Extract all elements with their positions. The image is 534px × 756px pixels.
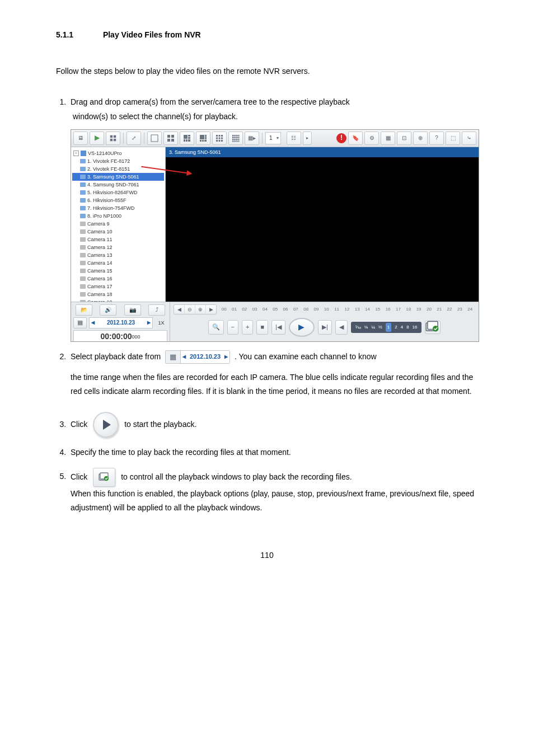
svg-rect-38	[238, 137, 240, 138]
svg-point-49	[433, 326, 438, 331]
layout-more-button[interactable]: ▦▸	[245, 132, 259, 145]
screenshot-toolbar: 🖥 ▶ ⤢ ▦▸ 1 ☷ ▸	[71, 130, 479, 147]
tree-camera-item[interactable]: 8. iPro NP1000	[72, 212, 164, 220]
svg-rect-46	[238, 140, 240, 142]
camera-icon	[80, 222, 86, 226]
inline-play-button[interactable]	[93, 412, 119, 438]
timeline-prev[interactable]: ◀	[174, 305, 185, 314]
svg-rect-28	[216, 140, 218, 142]
layout-16-button[interactable]	[228, 132, 243, 145]
tree-camera-item[interactable]: 1. Vivotek FE-8172	[72, 157, 164, 165]
svg-rect-5	[167, 135, 170, 138]
camera-icon	[80, 284, 86, 289]
minus-button[interactable]: −	[227, 320, 238, 335]
expand-button[interactable]: ⤢	[127, 132, 141, 145]
tree-camera-item[interactable]: Camera 15	[72, 267, 164, 275]
svg-rect-32	[235, 135, 236, 137]
svg-rect-14	[188, 139, 190, 142]
section-heading: 5.1.1 Play Video Files from NVR	[56, 28, 478, 42]
sync-playback-button[interactable]	[425, 321, 441, 334]
playback-viewport[interactable]: 3. Samsung SND-5061	[166, 147, 479, 302]
timeline-nav: ◀ ⊖ ⊕ ▶	[174, 304, 217, 314]
layout-4-button[interactable]	[163, 132, 178, 145]
audio-button[interactable]: 🔊	[100, 304, 116, 316]
layout-9-button[interactable]	[212, 132, 227, 145]
svg-rect-20	[202, 140, 204, 142]
inline-date-widget[interactable]: ▦ 2012.10.23	[165, 350, 230, 364]
playback-mode-button[interactable]: ▶	[90, 132, 104, 145]
tree-camera-item[interactable]: Camera 12	[72, 243, 164, 251]
about-button[interactable]: ⬚	[446, 132, 460, 145]
tree-camera-item[interactable]: 6. Hikvision-855F	[72, 196, 164, 204]
remote-button[interactable]: ⊡	[397, 132, 411, 145]
svg-rect-27	[221, 137, 223, 139]
tree-camera-item[interactable]: 2. Vivotek FE-8151	[72, 165, 164, 173]
last-frame-button[interactable]: ▶|	[318, 320, 332, 335]
tree-camera-item[interactable]: 3. Samsung SND-5061	[72, 173, 164, 181]
layout-6-button[interactable]	[180, 132, 194, 145]
step-1: Drag and drop camera(s) from the server/…	[68, 95, 478, 341]
tree-camera-item[interactable]: Camera 11	[72, 236, 164, 243]
timeline-hours[interactable]: 0001020304050607080910111213141516171819…	[219, 306, 475, 313]
camera-icon	[80, 276, 86, 281]
camera-icon	[80, 167, 86, 171]
camera-icon	[80, 214, 86, 218]
camera-icon	[80, 206, 86, 210]
inline-date: 2012.10.23	[181, 351, 229, 363]
layout-1-button[interactable]	[147, 132, 162, 145]
tree-camera-item[interactable]: Camera 9	[72, 220, 164, 228]
monitor-mode-button[interactable]: 🖥	[73, 132, 88, 145]
svg-rect-10	[188, 135, 190, 137]
svg-rect-2	[110, 139, 113, 141]
svg-rect-21	[204, 140, 207, 142]
step-2: Select playback date from ▦ 2012.10.23 .…	[68, 350, 478, 399]
steps-list: Drag and drop camera(s) from the server/…	[56, 95, 478, 515]
tree-camera-item[interactable]: 5. Hikvision-8264FWD	[72, 189, 164, 196]
multi-view-button[interactable]: ☷	[287, 132, 301, 145]
zoom-out-button[interactable]: 🔍	[208, 320, 224, 335]
alert-icon[interactable]: !	[336, 133, 346, 143]
tree-server-node[interactable]: − VS-12140UPro	[72, 149, 164, 157]
camera-icon	[80, 237, 86, 242]
timeline-next[interactable]: ▶	[206, 305, 216, 314]
snapshot-button[interactable]: 📷	[124, 304, 141, 316]
tree-camera-item[interactable]: Camera 14	[72, 259, 164, 267]
svg-rect-0	[110, 135, 113, 138]
tree-camera-item[interactable]: Camera 18	[72, 290, 164, 298]
tree-camera-item[interactable]: 7. Hikvision-754FWD	[72, 204, 164, 212]
tree-camera-item[interactable]: Camera 19	[72, 298, 164, 302]
play-button[interactable]: ▶	[289, 318, 315, 337]
speed-bar[interactable]: ¹⁄₁₆⅛¼½124816	[351, 322, 422, 333]
options-button[interactable]: ⚙	[364, 132, 379, 145]
open-file-button[interactable]: 📂	[76, 304, 92, 316]
channel-select[interactable]: 1	[265, 132, 281, 144]
plus-button[interactable]: +	[242, 320, 253, 335]
camera-icon	[80, 292, 86, 297]
stop-button[interactable]: ■	[256, 320, 268, 335]
tree-camera-item[interactable]: 4. Samsung SND-7061	[72, 181, 164, 189]
tree-camera-item[interactable]: Camera 10	[72, 228, 164, 236]
direction-button[interactable]: ◀	[335, 320, 348, 335]
layout-8-button[interactable]	[196, 132, 210, 145]
camera-icon	[80, 269, 86, 273]
export-button[interactable]: ⤴	[148, 304, 165, 316]
network-button[interactable]: ⊕	[413, 132, 428, 145]
calendar-button[interactable]: ▦	[73, 317, 87, 328]
inline-sync-button[interactable]	[93, 468, 115, 487]
config-mode-button[interactable]	[106, 132, 120, 145]
tree-camera-item[interactable]: Camera 17	[72, 283, 164, 290]
bookmark-button[interactable]: 🔖	[348, 132, 363, 145]
exit-button[interactable]: ⤷	[462, 132, 476, 145]
section-title: Play Video Files from NVR	[103, 30, 201, 39]
svg-rect-25	[216, 137, 218, 139]
tree-camera-item[interactable]: Camera 13	[72, 251, 164, 259]
first-frame-button[interactable]: |◀	[271, 320, 285, 335]
collapse-icon[interactable]: −	[73, 151, 79, 156]
timeline-zoom-in[interactable]: ⊕	[195, 305, 206, 314]
emap-button[interactable]: ▦	[381, 132, 395, 145]
date-selector[interactable]: 2012.10.23	[89, 317, 153, 328]
tree-camera-item[interactable]: Camera 16	[72, 275, 164, 283]
timeline-zoom-out[interactable]: ⊖	[185, 305, 195, 314]
multi-view-arrow[interactable]: ▸	[303, 132, 312, 145]
help-button[interactable]: ?	[429, 132, 444, 145]
